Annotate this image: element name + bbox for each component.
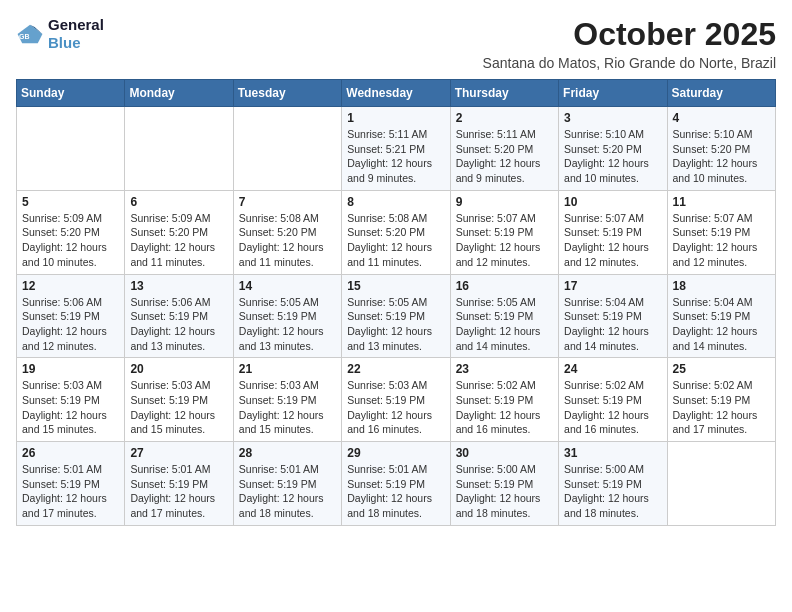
day-number: 2 bbox=[456, 111, 553, 125]
day-info: Sunrise: 5:03 AMSunset: 5:19 PMDaylight:… bbox=[22, 378, 119, 437]
calendar-cell: 5Sunrise: 5:09 AMSunset: 5:20 PMDaylight… bbox=[17, 190, 125, 274]
day-number: 25 bbox=[673, 362, 770, 376]
day-number: 22 bbox=[347, 362, 444, 376]
day-number: 16 bbox=[456, 279, 553, 293]
calendar-cell: 13Sunrise: 5:06 AMSunset: 5:19 PMDayligh… bbox=[125, 274, 233, 358]
calendar-week: 19Sunrise: 5:03 AMSunset: 5:19 PMDayligh… bbox=[17, 358, 776, 442]
day-info: Sunrise: 5:02 AMSunset: 5:19 PMDaylight:… bbox=[456, 378, 553, 437]
calendar-cell: 2Sunrise: 5:11 AMSunset: 5:20 PMDaylight… bbox=[450, 107, 558, 191]
day-number: 17 bbox=[564, 279, 661, 293]
day-number: 13 bbox=[130, 279, 227, 293]
day-number: 26 bbox=[22, 446, 119, 460]
day-info: Sunrise: 5:05 AMSunset: 5:19 PMDaylight:… bbox=[239, 295, 336, 354]
logo: GB General Blue bbox=[16, 16, 104, 52]
day-info: Sunrise: 5:00 AMSunset: 5:19 PMDaylight:… bbox=[564, 462, 661, 521]
calendar-week: 12Sunrise: 5:06 AMSunset: 5:19 PMDayligh… bbox=[17, 274, 776, 358]
logo-text: General Blue bbox=[48, 16, 104, 52]
title-section: October 2025 Santana do Matos, Rio Grand… bbox=[483, 16, 776, 71]
day-info: Sunrise: 5:10 AMSunset: 5:20 PMDaylight:… bbox=[673, 127, 770, 186]
calendar-cell: 30Sunrise: 5:00 AMSunset: 5:19 PMDayligh… bbox=[450, 442, 558, 526]
day-number: 31 bbox=[564, 446, 661, 460]
calendar-week: 5Sunrise: 5:09 AMSunset: 5:20 PMDaylight… bbox=[17, 190, 776, 274]
day-info: Sunrise: 5:04 AMSunset: 5:19 PMDaylight:… bbox=[673, 295, 770, 354]
day-number: 18 bbox=[673, 279, 770, 293]
day-info: Sunrise: 5:07 AMSunset: 5:19 PMDaylight:… bbox=[673, 211, 770, 270]
day-info: Sunrise: 5:02 AMSunset: 5:19 PMDaylight:… bbox=[673, 378, 770, 437]
day-info: Sunrise: 5:11 AMSunset: 5:21 PMDaylight:… bbox=[347, 127, 444, 186]
day-info: Sunrise: 5:05 AMSunset: 5:19 PMDaylight:… bbox=[456, 295, 553, 354]
calendar-cell: 25Sunrise: 5:02 AMSunset: 5:19 PMDayligh… bbox=[667, 358, 775, 442]
month-title: October 2025 bbox=[483, 16, 776, 53]
calendar-cell: 16Sunrise: 5:05 AMSunset: 5:19 PMDayligh… bbox=[450, 274, 558, 358]
day-number: 7 bbox=[239, 195, 336, 209]
day-info: Sunrise: 5:09 AMSunset: 5:20 PMDaylight:… bbox=[130, 211, 227, 270]
calendar-week: 26Sunrise: 5:01 AMSunset: 5:19 PMDayligh… bbox=[17, 442, 776, 526]
calendar-cell: 21Sunrise: 5:03 AMSunset: 5:19 PMDayligh… bbox=[233, 358, 341, 442]
page-header: GB General Blue October 2025 Santana do … bbox=[16, 16, 776, 71]
logo-line1: General bbox=[48, 16, 104, 34]
calendar-cell: 15Sunrise: 5:05 AMSunset: 5:19 PMDayligh… bbox=[342, 274, 450, 358]
day-info: Sunrise: 5:07 AMSunset: 5:19 PMDaylight:… bbox=[456, 211, 553, 270]
day-number: 9 bbox=[456, 195, 553, 209]
svg-text:GB: GB bbox=[19, 33, 30, 40]
day-info: Sunrise: 5:01 AMSunset: 5:19 PMDaylight:… bbox=[22, 462, 119, 521]
day-info: Sunrise: 5:10 AMSunset: 5:20 PMDaylight:… bbox=[564, 127, 661, 186]
weekday-header: Wednesday bbox=[342, 80, 450, 107]
calendar-cell: 24Sunrise: 5:02 AMSunset: 5:19 PMDayligh… bbox=[559, 358, 667, 442]
calendar-header: SundayMondayTuesdayWednesdayThursdayFrid… bbox=[17, 80, 776, 107]
day-number: 29 bbox=[347, 446, 444, 460]
calendar-cell: 27Sunrise: 5:01 AMSunset: 5:19 PMDayligh… bbox=[125, 442, 233, 526]
day-number: 3 bbox=[564, 111, 661, 125]
day-number: 21 bbox=[239, 362, 336, 376]
day-number: 23 bbox=[456, 362, 553, 376]
calendar-cell: 9Sunrise: 5:07 AMSunset: 5:19 PMDaylight… bbox=[450, 190, 558, 274]
calendar-cell bbox=[233, 107, 341, 191]
day-info: Sunrise: 5:01 AMSunset: 5:19 PMDaylight:… bbox=[347, 462, 444, 521]
calendar-cell: 3Sunrise: 5:10 AMSunset: 5:20 PMDaylight… bbox=[559, 107, 667, 191]
day-number: 27 bbox=[130, 446, 227, 460]
day-info: Sunrise: 5:08 AMSunset: 5:20 PMDaylight:… bbox=[239, 211, 336, 270]
location: Santana do Matos, Rio Grande do Norte, B… bbox=[483, 55, 776, 71]
day-info: Sunrise: 5:08 AMSunset: 5:20 PMDaylight:… bbox=[347, 211, 444, 270]
calendar-cell: 7Sunrise: 5:08 AMSunset: 5:20 PMDaylight… bbox=[233, 190, 341, 274]
calendar-cell: 12Sunrise: 5:06 AMSunset: 5:19 PMDayligh… bbox=[17, 274, 125, 358]
calendar-week: 1Sunrise: 5:11 AMSunset: 5:21 PMDaylight… bbox=[17, 107, 776, 191]
calendar-cell: 28Sunrise: 5:01 AMSunset: 5:19 PMDayligh… bbox=[233, 442, 341, 526]
day-info: Sunrise: 5:04 AMSunset: 5:19 PMDaylight:… bbox=[564, 295, 661, 354]
calendar-cell: 22Sunrise: 5:03 AMSunset: 5:19 PMDayligh… bbox=[342, 358, 450, 442]
day-info: Sunrise: 5:01 AMSunset: 5:19 PMDaylight:… bbox=[239, 462, 336, 521]
weekday-header: Friday bbox=[559, 80, 667, 107]
day-number: 30 bbox=[456, 446, 553, 460]
calendar-cell: 29Sunrise: 5:01 AMSunset: 5:19 PMDayligh… bbox=[342, 442, 450, 526]
logo-icon: GB bbox=[16, 23, 44, 45]
calendar-cell: 31Sunrise: 5:00 AMSunset: 5:19 PMDayligh… bbox=[559, 442, 667, 526]
weekday-header: Tuesday bbox=[233, 80, 341, 107]
calendar-cell: 19Sunrise: 5:03 AMSunset: 5:19 PMDayligh… bbox=[17, 358, 125, 442]
calendar-cell: 17Sunrise: 5:04 AMSunset: 5:19 PMDayligh… bbox=[559, 274, 667, 358]
calendar-cell: 18Sunrise: 5:04 AMSunset: 5:19 PMDayligh… bbox=[667, 274, 775, 358]
header-row: SundayMondayTuesdayWednesdayThursdayFrid… bbox=[17, 80, 776, 107]
weekday-header: Saturday bbox=[667, 80, 775, 107]
calendar-cell: 8Sunrise: 5:08 AMSunset: 5:20 PMDaylight… bbox=[342, 190, 450, 274]
day-info: Sunrise: 5:09 AMSunset: 5:20 PMDaylight:… bbox=[22, 211, 119, 270]
day-number: 14 bbox=[239, 279, 336, 293]
day-info: Sunrise: 5:03 AMSunset: 5:19 PMDaylight:… bbox=[239, 378, 336, 437]
day-number: 4 bbox=[673, 111, 770, 125]
calendar-cell: 20Sunrise: 5:03 AMSunset: 5:19 PMDayligh… bbox=[125, 358, 233, 442]
day-number: 1 bbox=[347, 111, 444, 125]
day-number: 5 bbox=[22, 195, 119, 209]
calendar-cell: 10Sunrise: 5:07 AMSunset: 5:19 PMDayligh… bbox=[559, 190, 667, 274]
calendar-cell bbox=[125, 107, 233, 191]
weekday-header: Sunday bbox=[17, 80, 125, 107]
calendar-cell: 6Sunrise: 5:09 AMSunset: 5:20 PMDaylight… bbox=[125, 190, 233, 274]
day-number: 19 bbox=[22, 362, 119, 376]
day-info: Sunrise: 5:11 AMSunset: 5:20 PMDaylight:… bbox=[456, 127, 553, 186]
day-number: 24 bbox=[564, 362, 661, 376]
calendar-cell: 23Sunrise: 5:02 AMSunset: 5:19 PMDayligh… bbox=[450, 358, 558, 442]
day-number: 15 bbox=[347, 279, 444, 293]
day-info: Sunrise: 5:00 AMSunset: 5:19 PMDaylight:… bbox=[456, 462, 553, 521]
calendar-cell: 4Sunrise: 5:10 AMSunset: 5:20 PMDaylight… bbox=[667, 107, 775, 191]
calendar-cell: 1Sunrise: 5:11 AMSunset: 5:21 PMDaylight… bbox=[342, 107, 450, 191]
day-info: Sunrise: 5:06 AMSunset: 5:19 PMDaylight:… bbox=[22, 295, 119, 354]
calendar-cell bbox=[17, 107, 125, 191]
